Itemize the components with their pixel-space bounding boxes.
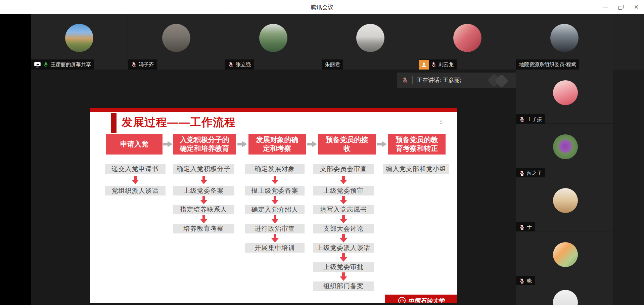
avatar xyxy=(553,80,578,105)
participant-name: 张立强 xyxy=(236,61,251,68)
avatar xyxy=(453,24,481,52)
video-tile[interactable]: 冯子齐 xyxy=(128,14,225,70)
avatar xyxy=(553,242,578,267)
mic-muted-icon xyxy=(131,62,137,68)
video-tile[interactable]: 张立强 xyxy=(225,14,322,70)
flow-stage-header-line: 育考察和转正 xyxy=(396,144,438,152)
participant-name: 地院资源系组织委员-程斌 xyxy=(519,61,576,68)
video-tile[interactable]: 王彦丽的屏幕共享 xyxy=(31,14,128,70)
flow-arrow-down-icon xyxy=(271,215,279,224)
flow-step-box: 上级党委预审 xyxy=(313,186,374,195)
meeting-area: 正在讲话: 王彦丽; 发展过程——工作流程 5 申请入党递交入党申请书党组织派人… xyxy=(0,14,644,305)
flow-step-box: 支部委员会审查 xyxy=(313,164,374,174)
restore-icon xyxy=(618,5,624,10)
avatar xyxy=(553,134,578,159)
participant-name-label: 冯子齐 xyxy=(128,59,157,70)
video-tile[interactable]: 海之子 xyxy=(516,124,613,178)
participant-name: 海之子 xyxy=(527,170,542,176)
flow-arrow-down-icon xyxy=(340,196,347,205)
flow-step-box: 填写入党志愿书 xyxy=(313,205,374,214)
flow-stage-header-line: 确定和培养教育 xyxy=(180,144,229,152)
flow-arrow-down-icon xyxy=(200,176,208,184)
avatar xyxy=(65,24,93,52)
participant-name-label: 地院资源系组织委员-程斌 xyxy=(516,59,579,70)
video-tile[interactable]: 王子振 xyxy=(516,70,613,124)
flow-arrow-down-icon xyxy=(271,196,279,205)
flow-stage-header-line: 入党积极分子的 xyxy=(180,136,229,143)
slide-page-number: 5 xyxy=(440,119,443,125)
flow-stage-header-line: 发展对象的确 xyxy=(256,136,298,143)
flow-stage-header: 申请入党 xyxy=(106,134,163,155)
close-icon: ✕ xyxy=(634,4,639,10)
flow-column: 确定入党积极分子上级党委备案指定培养联系人培养教育考察 xyxy=(173,164,234,292)
university-emblem-icon xyxy=(398,297,406,303)
speaking-indicator-text: 正在讲话: 王彦丽; xyxy=(417,76,461,84)
minimize-button[interactable] xyxy=(598,0,613,14)
flow-step-box: 编入党支部和党小组 xyxy=(383,164,449,174)
flow-step-box: 开展集中培训 xyxy=(245,243,305,253)
screen-share-area: 正在讲话: 王彦丽; 发展过程——工作流程 5 申请入党递交入党申请书党组织派人… xyxy=(31,70,516,305)
flow-stage-header: 发展对象的确定和考察 xyxy=(248,134,306,155)
mic-muted-icon xyxy=(228,62,234,68)
flow-stage-header-line: 收 xyxy=(343,144,351,152)
video-tile[interactable]: 地院资源系组织委员-程斌 xyxy=(516,14,613,70)
flow-step-box: 进行政治审查 xyxy=(245,224,305,233)
flow-column: 递交入党申请书党组织派人谈话 xyxy=(105,164,166,292)
mic-muted-icon xyxy=(519,224,525,230)
flow-arrow-down-icon xyxy=(271,234,279,243)
mic-muted-icon xyxy=(519,278,525,284)
participant-name: 冯子齐 xyxy=(139,61,154,68)
flow-step-box: 党组织派人谈话 xyxy=(105,186,166,195)
flow-arrow-down-icon xyxy=(340,176,347,184)
flow-arrow-down-icon xyxy=(340,234,347,243)
university-logo-banner: 中国石油大学 xyxy=(385,295,457,303)
flow-step-box: 确定入党积极分子 xyxy=(173,164,234,174)
flow-step-box: 确定入党介绍人 xyxy=(245,205,305,214)
flow-arrow-right-icon xyxy=(307,141,317,147)
participant-name-label: 晓 xyxy=(516,276,535,286)
flow-step-box: 培养教育考察 xyxy=(173,224,234,233)
close-button[interactable]: ✕ xyxy=(629,0,644,14)
avatar xyxy=(550,24,579,52)
mic-muted-icon xyxy=(402,77,408,84)
flow-step-box: 递交入党申请书 xyxy=(105,164,166,174)
participant-name: 于 xyxy=(527,224,532,230)
participant-name: 晓 xyxy=(527,278,532,284)
slide-title: 发展过程——工作流程 xyxy=(122,115,236,130)
flow-arrow-right-icon xyxy=(163,141,173,147)
video-tile[interactable] xyxy=(516,285,613,305)
flow-step-box: 上级党委审批 xyxy=(313,262,374,272)
video-tile[interactable]: 晓 xyxy=(516,231,613,286)
flow-step-box: 指定培养联系人 xyxy=(173,205,234,214)
flow-column: 支部委员会审查上级党委预审填写入党志愿书支部大会讨论上级党委派人谈话上级党委审批… xyxy=(313,164,374,292)
flow-step-box: 上级党委备案 xyxy=(173,186,234,195)
flow-stage-header-line: 申请入党 xyxy=(120,140,148,148)
flow-step-box: 支部大会讨论 xyxy=(313,224,374,233)
tencent-meeting-window: 腾讯会议 ✕ 正在讲话: 王彦丽; 发展过程——工作流程 5 申请入党递交入党申… xyxy=(0,0,644,305)
flow-stage-header-line: 预备党员的教 xyxy=(396,136,438,143)
video-tile[interactable]: 刘云龙 xyxy=(419,14,516,70)
flow-arrow-right-icon xyxy=(377,141,387,147)
participant-name-label: 王彦丽的屏幕共享 xyxy=(31,59,94,70)
video-tile[interactable]: 朱丽君 xyxy=(322,14,419,70)
flow-step-box: 上级党委派人谈话 xyxy=(313,243,374,253)
window-titlebar[interactable]: 腾讯会议 ✕ xyxy=(0,0,644,14)
flow-column: 编入党支部和党小组 xyxy=(383,164,449,292)
participant-name-label: 朱丽君 xyxy=(322,59,343,70)
mic-muted-icon xyxy=(519,170,525,176)
participant-name-label: 海之子 xyxy=(516,168,545,178)
participant-name: 刘云龙 xyxy=(439,61,454,68)
right-video-sidebar: 王子振海之子于晓 xyxy=(516,70,613,305)
flow-stage-header: 预备党员的接收 xyxy=(318,134,376,155)
restore-button[interactable] xyxy=(613,0,629,14)
avatar xyxy=(553,290,578,305)
flow-stage-header-line: 定和考察 xyxy=(263,144,291,152)
flow-step-box: 确定发展对象 xyxy=(245,164,305,174)
video-tile[interactable]: 于 xyxy=(516,177,613,231)
flow-arrow-down-icon xyxy=(340,215,347,224)
screen-share-icon xyxy=(34,62,41,68)
flow-step-box: 报上级党委备案 xyxy=(245,186,305,195)
mic-muted-icon xyxy=(519,117,525,122)
flow-stage-header: 入党积极分子的确定和培养教育 xyxy=(173,134,236,155)
top-video-strip: 王彦丽的屏幕共享冯子齐张立强朱丽君刘云龙地院资源系组织委员-程斌 xyxy=(31,14,644,70)
